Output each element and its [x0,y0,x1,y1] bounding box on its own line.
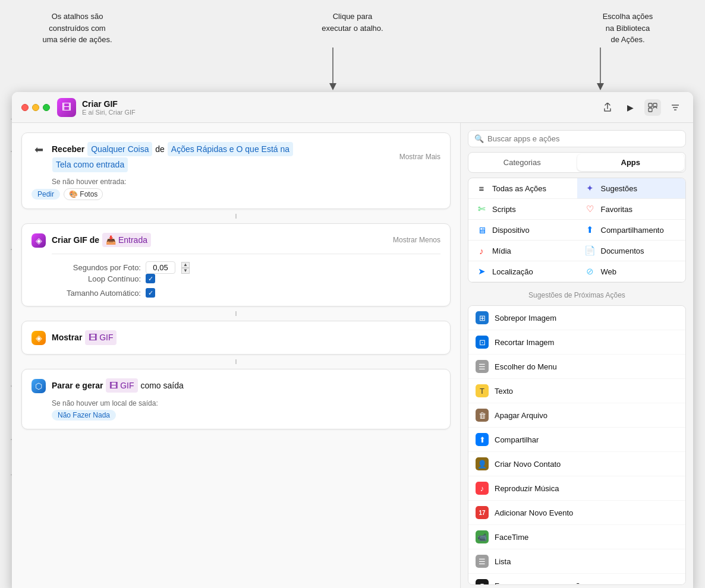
delete-file-label: Apagar Arquivo [495,411,547,420]
choose-menu-label: Escolher do Menu [495,362,557,371]
photos-tag[interactable]: 🎨 Fotos [64,188,103,200]
cat-favorites[interactable]: ♡ Favoritas [577,199,686,220]
loop-row: Loop Contínuo: ✓ [52,274,440,283]
suggestion-facetime[interactable]: 📹 FaceTime [468,525,685,549]
suggestion-text[interactable]: T Texto [468,379,685,403]
new-contact-icon: 👤 [476,457,489,470]
device-icon: 🖥 [476,225,487,235]
search-input[interactable] [487,134,679,143]
tab-categories[interactable]: Categorias [468,153,576,172]
cat-all-actions-label: Todas as Ações [492,184,546,193]
show-action-text: Mostrar 🎞 GIF [52,330,440,345]
titlebar: 🎞 Criar GIF E aí Siri, Criar GIF ▶ [12,92,693,123]
seconds-stepper[interactable]: ▲ ▼ [181,262,190,274]
cat-scripts[interactable]: ✄ Scripts [468,199,577,220]
right-panel: 🔍 Categorias Apps ≡ Todas as Ações ✦ Sug… [461,123,693,588]
suggestion-delete-file[interactable]: 🗑 Apagar Arquivo [468,403,685,428]
suggestion-crop-image[interactable]: ⊡ Recortar Imagem [468,330,685,355]
list-label: Lista [495,557,511,566]
stop-action-block: ⬡ Parar e gerar 🎞 GIF como saída Se não … [21,369,451,429]
cat-location-label: Localização [492,267,533,276]
sharing-icon: ⬆ [584,225,596,235]
seconds-value[interactable]: 0,05 [146,261,175,274]
do-nothing-tag[interactable]: Não Fazer Nada [52,410,116,421]
play-music-label: Reproduzir Música [495,484,559,493]
cat-suggestions[interactable]: ✦ Sugestões [577,178,686,199]
search-icon: 🔍 [474,134,484,143]
cat-sharing-label: Compartilhamento [601,226,664,235]
cat-web[interactable]: ⊘ Web [577,261,686,282]
share-button[interactable] [599,99,616,116]
cat-web-label: Web [601,267,617,276]
autosize-checkbox[interactable]: ✓ [146,288,155,298]
cat-sharing[interactable]: ⬆ Compartilhamento [577,220,686,241]
receive-action-header: ⬅ Receber Qualquer Coisa de Ações Rápida… [32,141,440,173]
receive-action-text: Receber Qualquer Coisa de Ações Rápidas … [52,141,394,173]
library-button[interactable] [644,99,661,116]
stop-action-header: ⬡ Parar e gerar 🎞 GIF como saída [32,378,440,393]
receive-icon: ⬅ [32,143,46,157]
facetime-label: FaceTime [495,533,528,542]
svg-rect-11 [649,103,652,107]
if-no-output-row: Não Fazer Nada [52,410,440,421]
left-panel: ⬅ Receber Qualquer Coisa de Ações Rápida… [12,123,461,588]
create-gif-text: Criar GIF de 📥 Entrada [52,232,387,248]
loop-checkbox[interactable]: ✓ [146,274,155,283]
cat-all-actions[interactable]: ≡ Todas as Ações [468,178,577,199]
close-button[interactable] [21,104,29,111]
crop-image-icon: ⊡ [476,336,489,349]
suggestion-play-music[interactable]: ♪ Reproduzir Música [468,476,685,501]
app-icon: 🎞 [57,98,76,117]
cat-media[interactable]: ♪ Mídia [468,241,577,261]
receive-show-more[interactable]: Mostrar Mais [399,153,440,161]
cat-documents[interactable]: 📄 Documentos [577,241,686,261]
cat-device-label: Dispositivo [492,226,530,235]
seconds-label: Segundos por Foto: [52,263,141,272]
cat-scripts-label: Scripts [492,205,516,214]
facetime-icon: 📹 [476,530,489,543]
play-button[interactable]: ▶ [622,99,638,116]
suggestion-record[interactable]: ⏺ Fazer uma nova gravação [468,574,685,585]
favorites-icon: ♡ [584,204,596,214]
show-action-header: ◈ Mostrar 🎞 GIF [32,330,440,345]
ask-tag[interactable]: Pedir [32,189,60,200]
suggestion-share[interactable]: ⬆ Compartilhar [468,428,685,452]
cat-device[interactable]: 🖥 Dispositivo [468,220,577,241]
suggestion-overlay-image[interactable]: ⊞ Sobrepor Imagem [468,306,685,330]
add-event-label: Adicionar Novo Evento [495,508,573,517]
autosize-row: Tamanho Automático: ✓ [52,288,440,298]
cat-location[interactable]: ➤ Localização [468,261,577,282]
create-gif-icon: ◈ [32,233,46,248]
location-icon: ➤ [476,266,487,277]
show-action-block: ◈ Mostrar 🎞 GIF [21,321,451,354]
web-icon: ⊘ [584,266,596,277]
suggestion-new-contact[interactable]: 👤 Criar Novo Contato [468,452,685,476]
content-area: ⬅ Receber Qualquer Coisa de Ações Rápida… [12,123,693,588]
main-window: 🎞 Criar GIF E aí Siri, Criar GIF ▶ [12,92,693,588]
all-actions-icon: ≡ [476,184,487,194]
share-label: Compartilhar [495,435,539,444]
loop-label: Loop Contínuo: [52,274,141,283]
titlebar-actions: ▶ [599,99,684,116]
documents-icon: 📄 [584,245,596,256]
suggestion-add-event[interactable]: 17 Adicionar Novo Evento [468,501,685,525]
filter-button[interactable] [667,99,684,116]
suggestion-choose-menu[interactable]: ☰ Escolher do Menu [468,355,685,379]
callout-center: Clique para executar o atalho. [322,6,383,34]
show-icon: ◈ [32,331,46,345]
create-gif-action-block: ◈ Criar GIF de 📥 Entrada Mostrar Menos S… [21,223,451,306]
tab-apps[interactable]: Apps [577,154,685,171]
stepper-down[interactable]: ▼ [181,268,190,274]
stepper-up[interactable]: ▲ [181,262,190,268]
list-icon: ☰ [476,555,489,568]
create-gif-details: Segundos por Foto: 0,05 ▲ ▼ [52,261,440,274]
cat-documents-label: Documentos [601,246,644,255]
svg-rect-14 [649,108,652,112]
minimize-button[interactable] [32,104,39,111]
maximize-button[interactable] [43,104,50,111]
receive-action-block: ⬅ Receber Qualquer Coisa de Ações Rápida… [21,132,451,209]
delete-file-icon: 🗑 [476,409,489,422]
suggestions-icon: ✦ [584,183,596,194]
suggestion-list[interactable]: ☰ Lista [468,549,685,574]
create-gif-show-less[interactable]: Mostrar Menos [393,236,440,244]
